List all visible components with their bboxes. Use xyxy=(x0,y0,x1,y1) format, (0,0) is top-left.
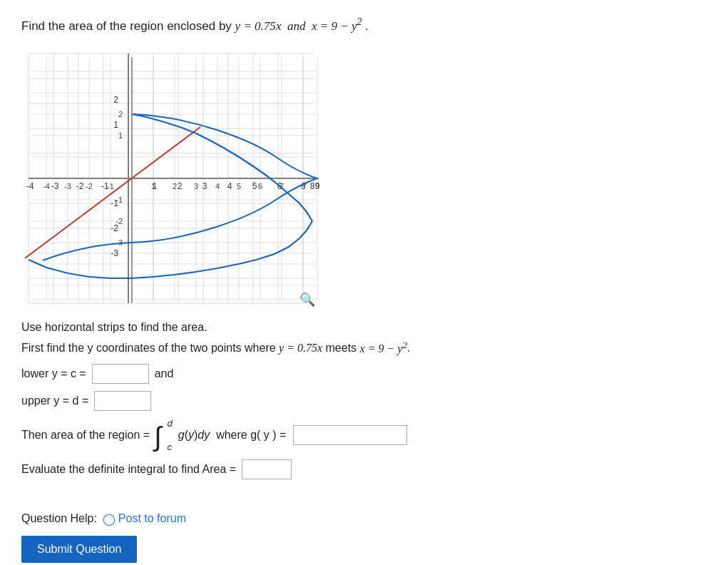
lower-y-row: lower y = c = and xyxy=(21,364,707,384)
integral-upper: d xyxy=(168,418,173,429)
svg-text:1: 1 xyxy=(151,182,155,190)
svg-text:4: 4 xyxy=(227,181,232,191)
svg-text:3: 3 xyxy=(194,182,198,190)
svg-text:2: 2 xyxy=(113,95,118,105)
svg-text:3: 3 xyxy=(202,181,207,191)
svg-text:-2: -2 xyxy=(76,181,84,191)
svg-text:-3: -3 xyxy=(51,181,59,191)
svg-text:2: 2 xyxy=(118,110,123,118)
graph-area: -4 -3 -2 -1 1 2 3 4 5 6 7 2 1 -1 -2 -3 8… xyxy=(21,46,321,310)
instruction-line2: First find the y coordinates of the two … xyxy=(21,337,707,358)
upper-y-input[interactable] xyxy=(94,391,151,411)
integral-body: g(y)dy where g( y ) = xyxy=(178,429,287,442)
svg-text:6: 6 xyxy=(258,182,262,190)
lower-y-label: lower y = c = xyxy=(21,367,86,380)
integral-lower: c xyxy=(168,442,173,452)
graph-svg: -4 -3 -2 -1 1 2 3 4 5 6 7 2 1 -1 -2 -3 8… xyxy=(21,46,321,310)
svg-text:-4: -4 xyxy=(43,182,50,190)
evaluate-label: Evaluate the definite integral to find A… xyxy=(21,463,236,476)
question-help-label: Question Help: xyxy=(21,512,97,525)
svg-text:5: 5 xyxy=(252,181,257,191)
area-input[interactable] xyxy=(242,459,292,479)
svg-text:4: 4 xyxy=(215,182,220,190)
forum-icon: ◯ xyxy=(103,512,116,526)
problem-title: Find the area of the region enclosed by … xyxy=(21,14,707,35)
integral-row: Then area of the region = ∫ d c g(y)dy w… xyxy=(21,418,707,452)
svg-text:-1: -1 xyxy=(107,182,114,190)
instructions-block: Use horizontal strips to find the area. … xyxy=(21,317,707,358)
svg-text:5: 5 xyxy=(237,182,241,190)
instruction-line1: Use horizontal strips to find the area. xyxy=(21,317,707,337)
g-y-input[interactable] xyxy=(293,425,407,445)
area-region-label: Then area of the region = xyxy=(21,429,150,442)
svg-text:1: 1 xyxy=(118,131,123,140)
title-math: y = 0.75x and x = 9 − y2 xyxy=(235,19,365,33)
submit-question-button[interactable]: Submit Question xyxy=(21,536,137,563)
svg-text:9: 9 xyxy=(315,183,319,190)
post-to-forum-link[interactable]: ◯ Post to forum xyxy=(103,512,186,526)
svg-text:-2: -2 xyxy=(86,182,93,190)
svg-text:-1: -1 xyxy=(116,195,123,204)
svg-text:-3: -3 xyxy=(64,182,71,190)
and-label: and xyxy=(155,367,174,380)
post-to-forum-text: Post to forum xyxy=(118,512,186,525)
integral-symbol: ∫ xyxy=(154,423,161,450)
svg-text:1: 1 xyxy=(113,120,118,130)
upper-y-row: upper y = d = xyxy=(21,391,707,411)
svg-text:2: 2 xyxy=(178,181,183,191)
zoom-icon[interactable]: 🔍 xyxy=(299,292,315,307)
lower-y-input[interactable] xyxy=(92,364,149,384)
svg-text:-4: -4 xyxy=(26,181,34,191)
svg-text:-3: -3 xyxy=(111,248,118,258)
svg-text:-2: -2 xyxy=(116,217,123,225)
evaluate-row: Evaluate the definite integral to find A… xyxy=(21,459,707,479)
svg-text:2: 2 xyxy=(173,182,177,190)
integral-limits: d c xyxy=(168,418,173,452)
svg-text:8: 8 xyxy=(310,181,315,191)
upper-y-label: upper y = d = xyxy=(21,395,88,407)
question-help-row: Question Help: ◯ Post to forum xyxy=(21,512,707,526)
